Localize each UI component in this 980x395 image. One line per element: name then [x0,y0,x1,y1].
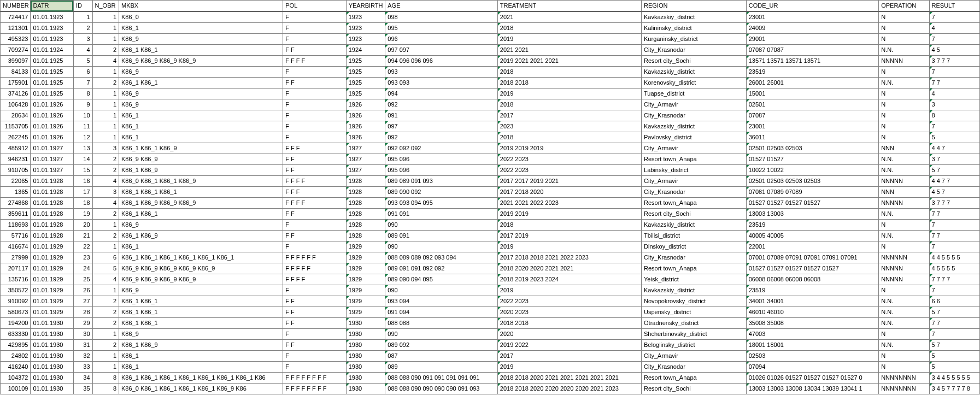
cell-n_obr[interactable]: 2 [92,45,119,56]
cell-region[interactable]: Dinskoy_district [642,241,747,252]
cell-result[interactable]: 7 [929,329,979,340]
cell-age[interactable]: 091 091 [385,209,498,220]
cell-datr[interactable]: 01.01.1923 [31,11,74,23]
cell-datr[interactable]: 01.01.1928 [31,176,74,187]
cell-pol[interactable]: F [283,241,346,252]
cell-datr[interactable]: 01.01.1923 [31,23,74,34]
cell-result[interactable]: 7 7 [929,318,979,329]
cell-datr[interactable]: 01.01.1930 [31,329,74,340]
cell-yearbirth[interactable]: 1925 [346,67,385,78]
header-n-obr[interactable]: N_OBR [92,1,119,12]
cell-datr[interactable]: 01.01.1930 [31,362,74,373]
cell-mkbx[interactable]: K86_9 [119,67,283,78]
cell-code_ur[interactable]: 35008 35008 [746,318,878,329]
cell-age[interactable]: 092 [385,99,498,110]
cell-treatment[interactable]: 2019 2022 [497,340,641,351]
header-age[interactable]: AGE [385,1,498,12]
header-datr[interactable]: DATR [31,1,74,12]
cell-operation[interactable]: N [879,110,929,121]
cell-datr[interactable]: 01.01.1929 [31,263,74,274]
cell-region[interactable]: Resort city_Sochi [642,56,747,67]
cell-mkbx[interactable]: K86_9 [119,285,283,296]
cell-datr[interactable]: 01.01.1925 [31,89,74,99]
cell-mkbx[interactable]: K86_9 K86_9 [119,154,283,165]
cell-region[interactable]: Novopokrovsky_district [642,296,747,307]
cell-treatment[interactable]: 2022 2023 [497,154,641,165]
cell-result[interactable]: 7 [929,11,979,23]
cell-region[interactable]: Kalininsky_district [642,23,747,34]
cell-yearbirth[interactable]: 1928 [346,220,385,231]
cell-number[interactable]: 135716 [1,274,31,285]
cell-number[interactable]: 1153705 [1,121,31,132]
cell-mkbx[interactable]: K86_1 K86_1 [119,296,283,307]
cell-treatment[interactable]: 2021 [497,11,641,23]
cell-n_obr[interactable]: 1 [92,99,119,110]
cell-region[interactable]: City_Krasnodar [642,45,747,56]
cell-region[interactable]: Tbilisi_district [642,231,747,241]
cell-mkbx[interactable]: K86_0 K86_1 K86_1 K86_9 [119,176,283,187]
cell-age[interactable]: 089 091 091 092 092 [385,263,498,274]
cell-pol[interactable]: F F F F F F F F [283,373,346,384]
cell-yearbirth[interactable]: 1929 [346,285,385,296]
cell-age[interactable]: 095 096 [385,165,498,176]
cell-datr[interactable]: 01.01.1930 [31,318,74,329]
cell-treatment[interactable]: 2019 [497,34,641,45]
cell-id[interactable]: 25 [73,274,92,285]
header-code-ur[interactable]: CODE_UR [746,1,878,12]
cell-id[interactable]: 4 [73,45,92,56]
cell-result[interactable]: 5 [929,351,979,362]
cell-mkbx[interactable]: K86_1 [119,132,283,143]
cell-pol[interactable]: F [283,351,346,362]
cell-treatment[interactable]: 2019 2021 2021 2021 [497,56,641,67]
cell-age[interactable]: 095 [385,23,498,34]
cell-operation[interactable]: NNNNNNNN [879,384,929,394]
cell-number[interactable]: 1365 [1,187,31,198]
cell-pol[interactable]: F F F F F F F F [283,384,346,394]
cell-region[interactable]: City_Krasnodar [642,110,747,121]
cell-age[interactable]: 089 090 094 095 [385,274,498,285]
cell-n_obr[interactable]: 3 [92,187,119,198]
cell-n_obr[interactable]: 1 [92,34,119,45]
cell-n_obr[interactable]: 6 [92,252,119,263]
cell-id[interactable]: 5 [73,56,92,67]
cell-pol[interactable]: F [283,34,346,45]
cell-yearbirth[interactable]: 1930 [346,362,385,373]
cell-datr[interactable]: 01.01.1924 [31,45,74,56]
cell-age[interactable]: 088 088 [385,318,498,329]
cell-treatment[interactable]: 2023 [497,121,641,132]
cell-number[interactable]: 104372 [1,373,31,384]
cell-datr[interactable]: 01.01.1923 [31,34,74,45]
cell-operation[interactable]: N.N. [879,45,929,56]
cell-operation[interactable]: N.N. [879,154,929,165]
cell-region[interactable]: City_Krasnodar [642,252,747,263]
cell-yearbirth[interactable]: 1925 [346,56,385,67]
cell-yearbirth[interactable]: 1929 [346,241,385,252]
cell-region[interactable]: Otradnensky_district [642,318,747,329]
cell-number[interactable]: 121301 [1,23,31,34]
cell-pol[interactable]: F F [283,154,346,165]
cell-age[interactable]: 094 096 096 096 [385,56,498,67]
cell-operation[interactable]: N [879,362,929,373]
cell-n_obr[interactable]: 1 [92,121,119,132]
cell-number[interactable]: 485912 [1,143,31,154]
cell-id[interactable]: 33 [73,362,92,373]
cell-result[interactable]: 4 4 5 5 5 5 [929,252,979,263]
cell-yearbirth[interactable]: 1926 [346,110,385,121]
cell-code_ur[interactable]: 23001 [746,121,878,132]
cell-region[interactable]: Uspensky_district [642,307,747,318]
cell-n_obr[interactable]: 8 [92,373,119,384]
cell-code_ur[interactable]: 18001 18001 [746,340,878,351]
cell-datr[interactable]: 01.01.1930 [31,351,74,362]
cell-n_obr[interactable]: 2 [92,296,119,307]
cell-operation[interactable]: NNNNN [879,198,929,209]
cell-n_obr[interactable]: 4 [92,198,119,209]
cell-mkbx[interactable]: K86_1 [119,110,283,121]
cell-number[interactable]: 28634 [1,110,31,121]
cell-n_obr[interactable]: 4 [92,274,119,285]
cell-number[interactable]: 374126 [1,89,31,99]
cell-treatment[interactable]: 2019 2019 2019 [497,143,641,154]
cell-operation[interactable]: N [879,132,929,143]
cell-yearbirth[interactable]: 1924 [346,45,385,56]
cell-id[interactable]: 12 [73,132,92,143]
cell-code_ur[interactable]: 23519 [746,285,878,296]
